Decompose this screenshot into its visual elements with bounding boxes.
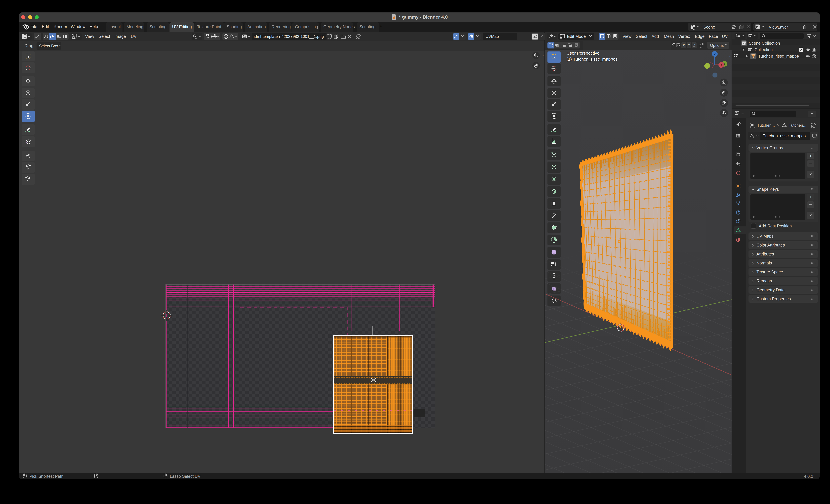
svg-text:X: X — [720, 63, 723, 67]
svg-text:Z: Z — [714, 52, 716, 56]
